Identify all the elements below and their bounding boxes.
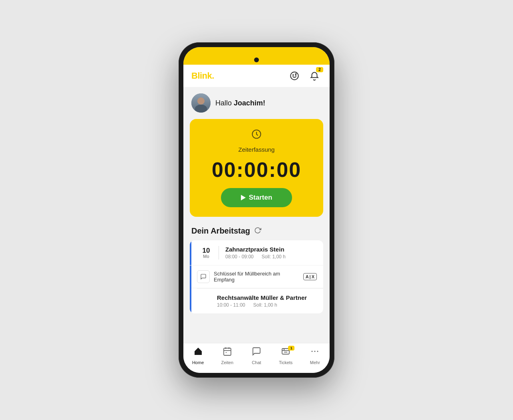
top-icons: 2 (287, 69, 322, 83)
schedule-item[interactable]: 10 Mo Zahnarztpraxis Stein 08:00 - 09:00… (190, 240, 323, 265)
schedule-item[interactable]: Rechtsanwälte Müller & Partner 10:00 - 1… (190, 289, 323, 313)
schedule-time-range: 08:00 - 09:00 (225, 254, 254, 260)
note-chat-icon (197, 270, 210, 283)
vertical-divider (219, 246, 219, 260)
translate-label: A (306, 274, 309, 279)
workday-title: Dein Arbeitstag (191, 226, 250, 236)
svg-point-0 (290, 72, 298, 80)
timer-display: 00:00:00 (212, 159, 301, 180)
note-item[interactable]: Schlüssel für Müllbereich am Empfang A |… (190, 265, 323, 288)
logo-text: Blink (191, 71, 212, 81)
notification-icon-button[interactable]: 2 (307, 69, 322, 83)
svg-point-1 (293, 75, 294, 75)
status-bar (183, 47, 330, 65)
mehr-icon (310, 347, 320, 359)
svg-point-15 (314, 351, 316, 352)
svg-point-14 (312, 351, 313, 352)
emoji-icon-button[interactable] (287, 69, 302, 83)
schedule-time: 08:00 - 09:00 Soll: 1,00 h (225, 254, 317, 260)
workday-header: Dein Arbeitstag (183, 223, 330, 240)
nav-label-home: Home (192, 360, 204, 365)
schedule-time-range: 10:00 - 11:00 (217, 302, 245, 308)
svg-point-16 (317, 351, 318, 352)
app-logo: Blink. (191, 71, 214, 81)
date-box: 10 Mo (197, 246, 212, 260)
timer-card: Zeiterfassung 00:00:00 Starten (190, 119, 323, 217)
note-text: Schlüssel für Müllbereich am Empfang (214, 271, 299, 283)
translate-label-2: X (312, 274, 314, 279)
schedule-time: 10:00 - 11:00 Soll: 1,00 h (217, 302, 317, 308)
greeting-section: Hallo Joachim! (183, 87, 330, 119)
greeting-name: Joachim! (234, 99, 265, 107)
bottom-nav: Home Zeiten (183, 343, 330, 373)
play-icon (241, 195, 246, 200)
refresh-icon[interactable] (254, 227, 261, 236)
schedule-soll: Soll: 1,00 h (253, 302, 277, 308)
schedule-info: Zahnarztpraxis Stein 08:00 - 09:00 Soll:… (225, 246, 317, 260)
greeting-text: Hallo Joachim! (215, 99, 265, 107)
translate-badge[interactable]: A | X (303, 273, 317, 280)
schedule-name: Zahnarztpraxis Stein (225, 246, 317, 253)
translate-separator: | (310, 274, 311, 279)
nav-item-zeiten[interactable]: Zeiten (215, 347, 239, 365)
timer-label: Zeiterfassung (239, 146, 275, 153)
avatar (191, 93, 211, 113)
notification-badge: 2 (316, 67, 323, 72)
svg-point-2 (295, 75, 296, 75)
schedule-list: 10 Mo Zahnarztpraxis Stein 08:00 - 09:00… (190, 240, 323, 313)
date-day: Mo (203, 254, 209, 259)
tickets-badge: 1 (288, 346, 294, 351)
chat-icon (252, 347, 261, 359)
svg-rect-5 (224, 348, 231, 355)
timer-clock-icon (251, 129, 262, 142)
logo-dot: . (212, 71, 214, 81)
camera-notch (254, 57, 259, 62)
greeting-prefix: Hallo (215, 99, 234, 107)
date-number: 10 (203, 247, 210, 254)
nav-item-home[interactable]: Home (186, 347, 210, 365)
nav-label-tickets: Tickets (279, 360, 292, 365)
top-bar: Blink. 2 (183, 65, 330, 87)
nav-item-tickets[interactable]: 1 Tickets (274, 347, 298, 365)
nav-item-mehr[interactable]: Mehr (303, 347, 327, 365)
phone-device: Blink. 2 (179, 42, 334, 378)
nav-label-zeiten: Zeiten (221, 360, 233, 365)
phone-screen: Blink. 2 (183, 47, 330, 373)
start-button[interactable]: Starten (221, 188, 292, 207)
schedule-name: Rechtsanwälte Müller & Partner (217, 294, 317, 301)
schedule-soll: Soll: 1,00 h (262, 254, 286, 260)
nav-label-chat: Chat (252, 360, 261, 365)
nav-item-chat[interactable]: Chat (245, 347, 268, 365)
avatar-image (191, 93, 211, 113)
main-content: Hallo Joachim! Zeiterfassung 00:00:00 St… (183, 87, 330, 343)
zeiten-icon (223, 347, 232, 359)
date-box (197, 294, 212, 308)
schedule-group-1: 10 Mo Zahnarztpraxis Stein 08:00 - 09:00… (190, 240, 323, 313)
schedule-info: Rechtsanwälte Müller & Partner 10:00 - 1… (217, 294, 317, 308)
nav-label-mehr: Mehr (310, 360, 320, 365)
home-icon (193, 347, 203, 359)
start-button-label: Starten (249, 194, 272, 202)
